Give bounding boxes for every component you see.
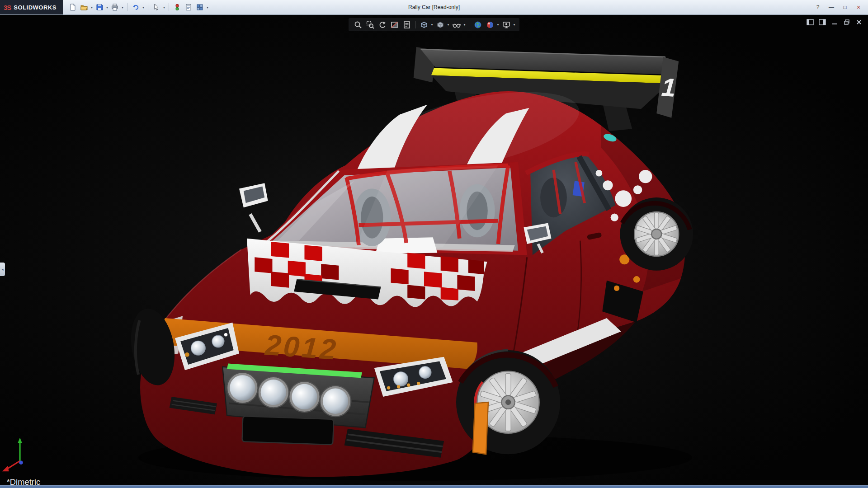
license-plate[interactable] [242,416,334,445]
hud-separator [415,21,415,28]
display-style-caret[interactable]: ▾ [447,23,450,27]
rebuild-icon [174,4,181,11]
options-grid-icon [196,4,203,11]
document-restore-button[interactable] [842,18,851,26]
view-orientation-button[interactable] [418,19,429,30]
annotation-views-button[interactable] [401,19,412,30]
view-settings-caret[interactable]: ▾ [513,23,516,27]
help-button[interactable]: ? [812,2,824,12]
apply-scene-globe-icon [473,20,482,29]
hide-show-glasses-icon [452,20,461,29]
pane-right-icon [819,19,826,25]
save-button[interactable] [94,1,105,13]
zoom-to-fit-button[interactable] [352,19,363,30]
edit-appearance-caret[interactable]: ▾ [496,23,500,27]
open-folder-icon [80,4,88,11]
previous-view-button[interactable] [377,19,388,30]
document-close-button[interactable] [854,18,863,26]
toolbar-separator [148,3,148,11]
annotation-views-icon [402,20,411,29]
view-orientation-cube-icon [420,20,429,29]
graphics-viewport: 1 [0,15,868,488]
mud-flap[interactable] [473,402,488,454]
pane-left-button[interactable] [806,18,815,26]
select-cursor-icon [153,4,160,11]
3ds-logo-icon: 3S [4,4,11,11]
new-file-icon [69,4,76,11]
mirror-left[interactable] [239,183,268,232]
rally-car-scene[interactable]: 1 [0,15,868,488]
minimize-button[interactable]: — [826,2,837,12]
options-button[interactable] [194,1,205,13]
main-toolbar: ▾ ▾ ▾ ▾ [63,1,209,13]
print-button[interactable] [109,1,120,13]
wheel-front-right[interactable] [456,350,560,454]
select-dropdown-caret[interactable]: ▾ [162,5,166,9]
toolbar-separator [127,3,127,11]
apply-scene-button[interactable] [472,19,483,30]
wheel-rear-right[interactable] [620,197,693,271]
undo-button[interactable] [130,1,141,13]
heads-up-view-toolbar: ▾ ▾ ▾ [349,18,519,31]
pane-right-button[interactable] [818,18,827,26]
display-style-icon [436,20,445,29]
new-button[interactable] [67,1,78,13]
display-style-button[interactable] [434,19,446,30]
save-dropdown-caret[interactable]: ▾ [105,5,109,9]
print-dropdown-caret[interactable]: ▾ [121,5,124,9]
solidworks-logo: 3S SOLIDWORKS [0,0,63,14]
document-minimize-button[interactable] [830,18,839,26]
brand-name: SOLIDWORKS [14,4,57,11]
pane-left-icon [807,19,814,25]
file-properties-icon [185,4,192,11]
view-settings-button[interactable] [500,19,512,30]
horizontal-scrollbar[interactable] [0,485,868,488]
open-dropdown-caret[interactable]: ▾ [90,5,94,9]
wing-number: 1 [660,73,677,102]
undo-icon [132,4,139,11]
hide-show-items-button[interactable] [451,19,462,30]
edit-appearance-ball-icon [486,20,495,29]
document-window-controls [806,18,863,26]
section-view-icon [390,20,399,29]
close-button[interactable]: × [853,2,864,12]
open-button[interactable] [79,1,90,13]
undo-dropdown-caret[interactable]: ▾ [142,5,145,9]
edit-appearance-button[interactable] [484,19,495,30]
print-icon [111,4,118,11]
rebuild-button[interactable] [172,1,183,13]
previous-view-icon [378,20,387,29]
hide-show-items-caret[interactable]: ▾ [463,23,466,27]
graphics-area[interactable]: 1 [0,15,868,488]
file-properties-button[interactable] [183,1,194,13]
document-restore-icon [844,19,850,25]
document-close-icon [856,19,862,25]
hud-separator [469,21,469,28]
select-button[interactable] [151,1,162,13]
zoom-to-area-icon [366,20,375,29]
zoom-to-fit-icon [354,20,363,29]
document-minimize-icon [831,19,838,25]
section-view-button[interactable] [389,19,400,30]
zoom-to-area-button[interactable] [364,19,376,30]
view-settings-icon [502,20,511,29]
save-floppy-icon [96,4,103,11]
hood-year: 2012 [264,328,339,366]
maximize-button[interactable]: □ [839,2,851,12]
car-model[interactable]: 1 [125,47,693,481]
title-bar: 3S SOLIDWORKS ▾ ▾ [0,0,868,15]
orientation-triad[interactable] [2,438,23,472]
toolbar-separator [169,3,169,11]
featuremanager-flyout-handle[interactable]: ◂ [0,263,5,276]
options-dropdown-caret[interactable]: ▾ [206,5,209,9]
window-controls: ? — □ × [812,2,868,12]
view-orientation-caret[interactable]: ▾ [430,23,434,27]
